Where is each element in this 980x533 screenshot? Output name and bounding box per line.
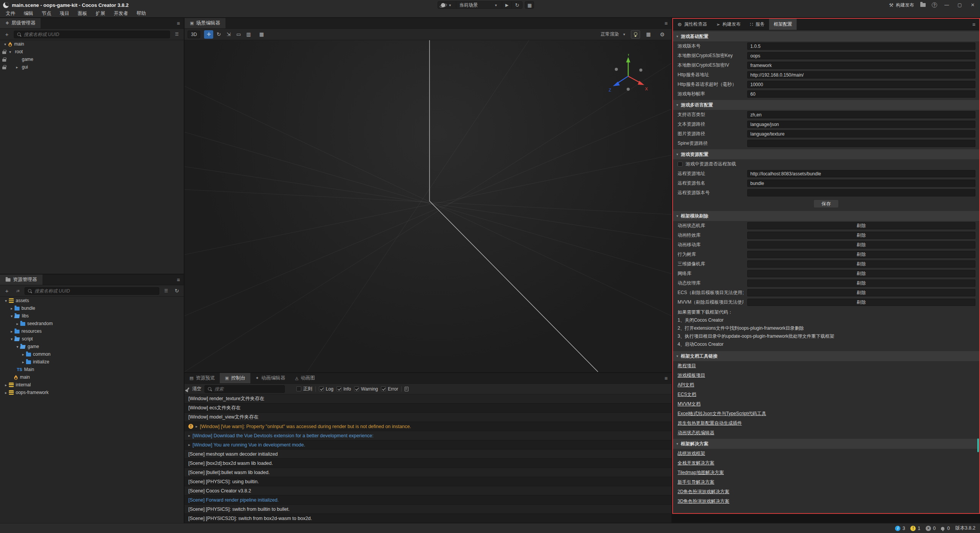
menu-file[interactable]: 文件 xyxy=(2,10,20,17)
scene-viewport[interactable]: Y X Z xyxy=(185,40,671,372)
filter-warning[interactable]: Warning xyxy=(354,386,378,392)
tree-node-game[interactable]: game xyxy=(0,56,184,63)
status-notifications[interactable]: 0 xyxy=(941,526,950,531)
mode-3d-toggle[interactable]: 3D xyxy=(188,31,200,38)
restart-button[interactable] xyxy=(512,2,522,8)
inspector-menu-icon[interactable] xyxy=(972,19,975,30)
chevron-down-icon[interactable] xyxy=(2,42,8,46)
menu-extension[interactable]: 扩展 xyxy=(91,10,109,17)
tab-property-inspector[interactable]: 属性检查器 xyxy=(673,19,712,30)
menu-help[interactable]: 帮助 xyxy=(132,10,150,17)
assets-menu-icon[interactable] xyxy=(177,275,180,285)
crypto-key-input[interactable] xyxy=(747,52,975,59)
tree-node-main[interactable]: main xyxy=(0,40,184,48)
link-3d-rpg-solution[interactable]: 3D角色扮演游戏解决方案 xyxy=(678,498,729,505)
regex-checkbox[interactable]: 正则 xyxy=(296,386,312,392)
section-game-basic-config[interactable]: 游戏基础配置 xyxy=(673,31,979,41)
assets-filter-icon[interactable] xyxy=(162,288,170,294)
grid-tool-button[interactable] xyxy=(257,30,266,39)
scrollbar-thumb[interactable] xyxy=(977,438,979,452)
game-version-input[interactable] xyxy=(747,43,975,50)
remove-render-texture-button[interactable]: 剔除 xyxy=(747,280,975,287)
http-timeout-input[interactable] xyxy=(747,81,975,88)
expand-chevron-icon[interactable] xyxy=(196,424,198,428)
tab-animation-graph[interactable]: 动画图 xyxy=(290,373,320,383)
remote-load-checkbox[interactable]: 游戏中资源是否远程加载 xyxy=(673,159,979,169)
link-excel-tool[interactable]: Excel格式转Json文件与TypeScript代码工具 xyxy=(678,410,766,417)
asset-node-assets[interactable]: assets xyxy=(0,297,184,304)
build-publish-button[interactable]: 构建发布 xyxy=(889,2,914,8)
assets-search-input[interactable] xyxy=(34,288,156,294)
link-ecs-docs[interactable]: ECS文档 xyxy=(678,391,696,398)
open-project-folder-button[interactable] xyxy=(920,3,926,7)
tree-node-gui[interactable]: gui xyxy=(0,63,184,71)
menu-edit[interactable]: 编辑 xyxy=(20,10,38,17)
asset-node-oops-framework[interactable]: oops-framework xyxy=(0,389,184,396)
chevron-down-icon[interactable] xyxy=(7,50,13,54)
status-warning-count[interactable]: !1 xyxy=(910,526,920,531)
rect-tool-button[interactable] xyxy=(234,30,243,39)
tab-hierarchy[interactable]: ❖ 层级管理器 xyxy=(0,18,41,28)
chevron-right-icon[interactable] xyxy=(9,329,15,334)
log-file-icon[interactable] xyxy=(405,387,408,391)
section-doc-links[interactable]: 框架文档工具链接 xyxy=(673,351,979,361)
console-search-input[interactable] xyxy=(214,386,282,392)
tab-console[interactable]: 控制台 xyxy=(220,373,250,383)
link-2d-rpg-solution[interactable]: 2D角色扮演游戏解决方案 xyxy=(678,489,729,495)
scene-menu-icon[interactable] xyxy=(665,18,668,28)
crypto-iv-input[interactable] xyxy=(747,62,975,69)
asset-node-main-scene[interactable]: main xyxy=(0,373,184,381)
remote-url-input[interactable] xyxy=(747,170,975,177)
hierarchy-filter-icon[interactable] xyxy=(173,31,181,38)
chevron-right-icon[interactable] xyxy=(20,352,26,356)
maximize-button[interactable] xyxy=(956,2,963,8)
console-menu-icon[interactable] xyxy=(665,373,668,383)
hierarchy-search-input[interactable] xyxy=(24,32,167,37)
console-search[interactable] xyxy=(204,385,285,393)
tree-node-root[interactable]: root xyxy=(0,48,184,56)
http-server-input[interactable] xyxy=(747,71,975,78)
link-hotupdate-plugin[interactable]: 原生包热更新配置自动生成插件 xyxy=(678,420,742,427)
tab-scene-editor[interactable]: 场景编辑器 xyxy=(185,18,225,28)
menu-panel[interactable]: 面板 xyxy=(74,10,91,17)
tab-asset-preview[interactable]: 资源预览 xyxy=(185,373,220,383)
asset-node-initialize[interactable]: initialize xyxy=(0,358,184,366)
rotate-tool-button[interactable] xyxy=(214,30,223,39)
asset-node-game[interactable]: game xyxy=(0,343,184,350)
save-button[interactable]: 保存 xyxy=(813,199,839,208)
link-tiledmap-solution[interactable]: Tiledmap地图解决方案 xyxy=(678,469,724,476)
asset-node-common[interactable]: common xyxy=(0,350,184,358)
info-log-row[interactable]: [Window] You are running Vue in developm… xyxy=(185,440,671,450)
menu-developer[interactable]: 开发者 xyxy=(109,10,132,17)
scale-tool-button[interactable] xyxy=(224,30,233,39)
chevron-down-icon[interactable] xyxy=(9,337,15,341)
hierarchy-search[interactable] xyxy=(14,31,170,38)
section-language-config[interactable]: 游戏多语言配置 xyxy=(673,100,979,110)
link-template-project[interactable]: 游戏模板项目 xyxy=(678,372,705,379)
menu-node[interactable]: 节点 xyxy=(38,10,56,17)
lighting-toggle-button[interactable] xyxy=(631,30,640,39)
remote-bundle-input[interactable] xyxy=(747,180,975,187)
close-button[interactable] xyxy=(969,2,976,8)
link-tutorial-project[interactable]: 教程项目 xyxy=(678,363,696,369)
asset-node-bundle[interactable]: bundle xyxy=(0,304,184,312)
tab-framework-config[interactable]: 框架配置 xyxy=(769,19,797,30)
chevron-right-icon[interactable] xyxy=(20,360,26,364)
asset-node-resources[interactable]: resources xyxy=(0,327,184,335)
minimize-button[interactable] xyxy=(943,2,950,8)
render-mode-select[interactable]: 正常渲染 xyxy=(601,31,627,38)
tab-assets[interactable]: 资源管理器 xyxy=(0,275,42,285)
remote-version-input[interactable] xyxy=(747,189,975,196)
expand-chevron-icon[interactable] xyxy=(188,443,190,447)
menu-project[interactable]: 项目 xyxy=(56,10,74,17)
tab-services[interactable]: 服务 xyxy=(745,19,769,30)
move-tool-button[interactable] xyxy=(204,30,213,39)
remove-mvvm-button[interactable]: 剔除 xyxy=(747,299,975,306)
asset-node-main-ts[interactable]: TSMain xyxy=(0,366,184,373)
chevron-right-icon[interactable] xyxy=(15,322,20,326)
clear-console-button[interactable]: 清空 xyxy=(188,386,201,392)
section-resource-config[interactable]: 游戏资源配置 xyxy=(673,149,979,159)
chevron-down-icon[interactable] xyxy=(15,345,20,349)
play-button[interactable] xyxy=(502,2,512,8)
help-button[interactable] xyxy=(932,2,937,8)
